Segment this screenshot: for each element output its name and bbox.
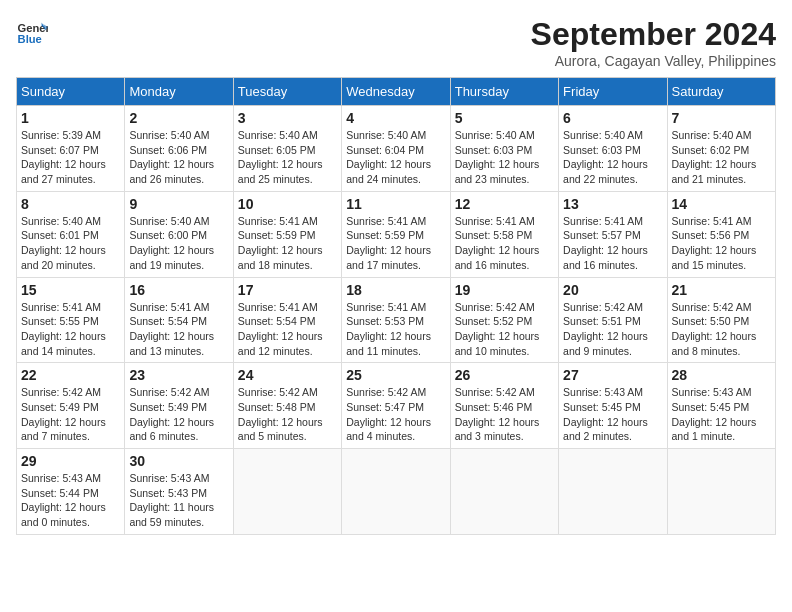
month-title: September 2024 xyxy=(531,16,776,53)
day-number: 15 xyxy=(21,282,120,298)
day-number: 22 xyxy=(21,367,120,383)
calendar-cell xyxy=(559,449,667,535)
calendar-cell: 16Sunrise: 5:41 AMSunset: 5:54 PMDayligh… xyxy=(125,277,233,363)
cell-content: Sunrise: 5:42 AMSunset: 5:49 PMDaylight:… xyxy=(129,385,228,444)
day-number: 24 xyxy=(238,367,337,383)
cell-content: Sunrise: 5:42 AMSunset: 5:47 PMDaylight:… xyxy=(346,385,445,444)
page-header: General Blue September 2024 Aurora, Caga… xyxy=(16,16,776,69)
week-row-1: 1Sunrise: 5:39 AMSunset: 6:07 PMDaylight… xyxy=(17,106,776,192)
column-header-wednesday: Wednesday xyxy=(342,78,450,106)
calendar-cell xyxy=(667,449,775,535)
cell-content: Sunrise: 5:41 AMSunset: 5:54 PMDaylight:… xyxy=(238,300,337,359)
calendar-cell: 14Sunrise: 5:41 AMSunset: 5:56 PMDayligh… xyxy=(667,191,775,277)
cell-content: Sunrise: 5:41 AMSunset: 5:59 PMDaylight:… xyxy=(346,214,445,273)
logo: General Blue xyxy=(16,16,48,48)
calendar-cell: 12Sunrise: 5:41 AMSunset: 5:58 PMDayligh… xyxy=(450,191,558,277)
cell-content: Sunrise: 5:42 AMSunset: 5:48 PMDaylight:… xyxy=(238,385,337,444)
calendar-cell: 22Sunrise: 5:42 AMSunset: 5:49 PMDayligh… xyxy=(17,363,125,449)
day-number: 3 xyxy=(238,110,337,126)
calendar-cell: 10Sunrise: 5:41 AMSunset: 5:59 PMDayligh… xyxy=(233,191,341,277)
week-row-5: 29Sunrise: 5:43 AMSunset: 5:44 PMDayligh… xyxy=(17,449,776,535)
calendar-cell: 30Sunrise: 5:43 AMSunset: 5:43 PMDayligh… xyxy=(125,449,233,535)
week-row-3: 15Sunrise: 5:41 AMSunset: 5:55 PMDayligh… xyxy=(17,277,776,363)
calendar-cell: 26Sunrise: 5:42 AMSunset: 5:46 PMDayligh… xyxy=(450,363,558,449)
column-header-tuesday: Tuesday xyxy=(233,78,341,106)
title-area: September 2024 Aurora, Cagayan Valley, P… xyxy=(531,16,776,69)
cell-content: Sunrise: 5:39 AMSunset: 6:07 PMDaylight:… xyxy=(21,128,120,187)
cell-content: Sunrise: 5:42 AMSunset: 5:52 PMDaylight:… xyxy=(455,300,554,359)
calendar-cell: 4Sunrise: 5:40 AMSunset: 6:04 PMDaylight… xyxy=(342,106,450,192)
calendar-cell: 17Sunrise: 5:41 AMSunset: 5:54 PMDayligh… xyxy=(233,277,341,363)
day-number: 7 xyxy=(672,110,771,126)
day-number: 21 xyxy=(672,282,771,298)
day-number: 16 xyxy=(129,282,228,298)
day-number: 18 xyxy=(346,282,445,298)
day-number: 8 xyxy=(21,196,120,212)
cell-content: Sunrise: 5:42 AMSunset: 5:46 PMDaylight:… xyxy=(455,385,554,444)
cell-content: Sunrise: 5:43 AMSunset: 5:45 PMDaylight:… xyxy=(563,385,662,444)
logo-icon: General Blue xyxy=(16,16,48,48)
calendar-cell: 19Sunrise: 5:42 AMSunset: 5:52 PMDayligh… xyxy=(450,277,558,363)
column-header-sunday: Sunday xyxy=(17,78,125,106)
day-number: 26 xyxy=(455,367,554,383)
day-number: 2 xyxy=(129,110,228,126)
day-number: 6 xyxy=(563,110,662,126)
calendar-cell: 21Sunrise: 5:42 AMSunset: 5:50 PMDayligh… xyxy=(667,277,775,363)
svg-text:Blue: Blue xyxy=(18,33,42,45)
calendar-cell: 20Sunrise: 5:42 AMSunset: 5:51 PMDayligh… xyxy=(559,277,667,363)
calendar-cell: 11Sunrise: 5:41 AMSunset: 5:59 PMDayligh… xyxy=(342,191,450,277)
calendar-cell: 27Sunrise: 5:43 AMSunset: 5:45 PMDayligh… xyxy=(559,363,667,449)
day-number: 25 xyxy=(346,367,445,383)
calendar-cell: 3Sunrise: 5:40 AMSunset: 6:05 PMDaylight… xyxy=(233,106,341,192)
calendar-cell: 29Sunrise: 5:43 AMSunset: 5:44 PMDayligh… xyxy=(17,449,125,535)
day-number: 5 xyxy=(455,110,554,126)
cell-content: Sunrise: 5:42 AMSunset: 5:49 PMDaylight:… xyxy=(21,385,120,444)
cell-content: Sunrise: 5:41 AMSunset: 5:58 PMDaylight:… xyxy=(455,214,554,273)
calendar-cell: 23Sunrise: 5:42 AMSunset: 5:49 PMDayligh… xyxy=(125,363,233,449)
calendar-cell: 13Sunrise: 5:41 AMSunset: 5:57 PMDayligh… xyxy=(559,191,667,277)
day-number: 30 xyxy=(129,453,228,469)
cell-content: Sunrise: 5:42 AMSunset: 5:51 PMDaylight:… xyxy=(563,300,662,359)
cell-content: Sunrise: 5:40 AMSunset: 6:05 PMDaylight:… xyxy=(238,128,337,187)
calendar-cell: 9Sunrise: 5:40 AMSunset: 6:00 PMDaylight… xyxy=(125,191,233,277)
calendar-cell: 25Sunrise: 5:42 AMSunset: 5:47 PMDayligh… xyxy=(342,363,450,449)
cell-content: Sunrise: 5:41 AMSunset: 5:53 PMDaylight:… xyxy=(346,300,445,359)
calendar-cell: 5Sunrise: 5:40 AMSunset: 6:03 PMDaylight… xyxy=(450,106,558,192)
week-row-2: 8Sunrise: 5:40 AMSunset: 6:01 PMDaylight… xyxy=(17,191,776,277)
calendar-cell: 24Sunrise: 5:42 AMSunset: 5:48 PMDayligh… xyxy=(233,363,341,449)
column-header-friday: Friday xyxy=(559,78,667,106)
calendar-cell: 7Sunrise: 5:40 AMSunset: 6:02 PMDaylight… xyxy=(667,106,775,192)
day-number: 28 xyxy=(672,367,771,383)
location-subtitle: Aurora, Cagayan Valley, Philippines xyxy=(531,53,776,69)
day-number: 17 xyxy=(238,282,337,298)
day-number: 23 xyxy=(129,367,228,383)
week-row-4: 22Sunrise: 5:42 AMSunset: 5:49 PMDayligh… xyxy=(17,363,776,449)
calendar-cell: 18Sunrise: 5:41 AMSunset: 5:53 PMDayligh… xyxy=(342,277,450,363)
cell-content: Sunrise: 5:42 AMSunset: 5:50 PMDaylight:… xyxy=(672,300,771,359)
cell-content: Sunrise: 5:41 AMSunset: 5:55 PMDaylight:… xyxy=(21,300,120,359)
cell-content: Sunrise: 5:40 AMSunset: 6:03 PMDaylight:… xyxy=(563,128,662,187)
calendar-cell xyxy=(450,449,558,535)
cell-content: Sunrise: 5:41 AMSunset: 5:59 PMDaylight:… xyxy=(238,214,337,273)
cell-content: Sunrise: 5:40 AMSunset: 6:01 PMDaylight:… xyxy=(21,214,120,273)
day-number: 13 xyxy=(563,196,662,212)
calendar-cell: 6Sunrise: 5:40 AMSunset: 6:03 PMDaylight… xyxy=(559,106,667,192)
cell-content: Sunrise: 5:41 AMSunset: 5:56 PMDaylight:… xyxy=(672,214,771,273)
day-number: 11 xyxy=(346,196,445,212)
day-number: 29 xyxy=(21,453,120,469)
column-header-thursday: Thursday xyxy=(450,78,558,106)
day-number: 1 xyxy=(21,110,120,126)
day-number: 4 xyxy=(346,110,445,126)
cell-content: Sunrise: 5:41 AMSunset: 5:57 PMDaylight:… xyxy=(563,214,662,273)
day-number: 14 xyxy=(672,196,771,212)
column-header-monday: Monday xyxy=(125,78,233,106)
svg-text:General: General xyxy=(18,22,48,34)
day-number: 12 xyxy=(455,196,554,212)
cell-content: Sunrise: 5:43 AMSunset: 5:45 PMDaylight:… xyxy=(672,385,771,444)
cell-content: Sunrise: 5:40 AMSunset: 6:00 PMDaylight:… xyxy=(129,214,228,273)
day-number: 10 xyxy=(238,196,337,212)
cell-content: Sunrise: 5:43 AMSunset: 5:43 PMDaylight:… xyxy=(129,471,228,530)
calendar-header-row: SundayMondayTuesdayWednesdayThursdayFrid… xyxy=(17,78,776,106)
cell-content: Sunrise: 5:41 AMSunset: 5:54 PMDaylight:… xyxy=(129,300,228,359)
cell-content: Sunrise: 5:40 AMSunset: 6:04 PMDaylight:… xyxy=(346,128,445,187)
